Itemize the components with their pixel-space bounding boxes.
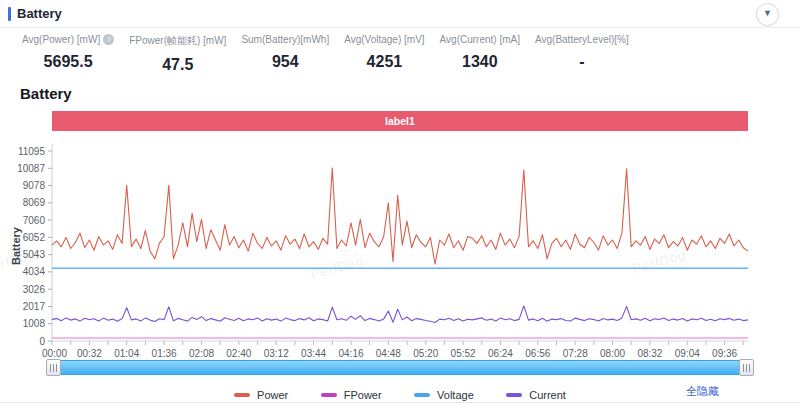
legend-label: Current [529, 389, 566, 401]
stat-label: Avg(Voltage) [mV] [344, 34, 424, 45]
stat-avg-battery-level: Avg(BatteryLevel)[%] - [535, 34, 629, 71]
svg-text:9078: 9078 [23, 180, 46, 191]
chevron-down-icon: ▼ [757, 8, 778, 18]
svg-text:00:00: 00:00 [42, 348, 67, 359]
svg-text:06:24: 06:24 [488, 348, 513, 359]
chart-range-scrollbar[interactable] [46, 359, 754, 376]
panel-header: Battery ▼ [0, 0, 800, 28]
stats-row: Avg(Power) [mW] ? 5695.5 FPower(帧能耗) [mW… [22, 34, 629, 74]
legend-label: FPower [344, 389, 382, 401]
svg-text:09:04: 09:04 [675, 348, 700, 359]
legend-swatch [414, 393, 430, 397]
collapse-button[interactable]: ▼ [756, 3, 779, 26]
svg-text:05:20: 05:20 [413, 348, 438, 359]
svg-text:03:12: 03:12 [264, 348, 289, 359]
svg-text:7060: 7060 [23, 215, 46, 226]
svg-text:5043: 5043 [23, 249, 46, 260]
svg-text:03:44: 03:44 [301, 348, 326, 359]
stat-value: 1340 [462, 53, 498, 71]
svg-text:02:08: 02:08 [189, 348, 214, 359]
banner-label: label1 [385, 115, 415, 127]
legend-label: Voltage [437, 389, 474, 401]
header-accent-bar [8, 7, 11, 21]
legend-item-fpower[interactable]: FPower [321, 389, 382, 401]
svg-text:04:16: 04:16 [338, 348, 363, 359]
chart-legend: Power FPower Voltage Current [0, 383, 800, 401]
legend-item-current[interactable]: Current [506, 389, 566, 401]
legend-item-voltage[interactable]: Voltage [414, 389, 474, 401]
svg-text:2017: 2017 [23, 301, 46, 312]
svg-text:02:40: 02:40 [226, 348, 251, 359]
scrollbar-right-handle[interactable] [739, 359, 754, 376]
stat-value: 5695.5 [44, 53, 93, 71]
grip-icon [50, 364, 58, 372]
stat-sum-battery: Sum(Battery)[mWh] 954 [241, 34, 329, 71]
legend-swatch [234, 393, 250, 397]
stat-fpower: FPower(帧能耗) [mW] 47.5 [129, 34, 226, 74]
battery-panel: PerfDog PerfDog PerfDog PerfDog PerfDog … [0, 0, 800, 403]
svg-text:01:04: 01:04 [114, 348, 139, 359]
svg-text:04:48: 04:48 [376, 348, 401, 359]
legend-swatch [321, 393, 337, 397]
help-icon[interactable]: ? [103, 34, 114, 45]
stat-avg-voltage: Avg(Voltage) [mV] 4251 [344, 34, 424, 71]
scrollbar-left-handle[interactable] [46, 359, 61, 376]
svg-text:11095: 11095 [18, 146, 46, 157]
stat-avg-power: Avg(Power) [mW] ? 5695.5 [22, 34, 114, 71]
svg-text:08:32: 08:32 [637, 348, 662, 359]
section-title: Battery [20, 85, 72, 102]
stat-value: - [579, 53, 584, 71]
scrollbar-track[interactable] [52, 360, 748, 375]
svg-text:0: 0 [39, 336, 45, 347]
grip-icon [743, 364, 751, 372]
svg-text:1008: 1008 [23, 318, 46, 329]
stat-value: 4251 [367, 53, 403, 71]
svg-text:10087: 10087 [17, 163, 45, 174]
stat-value: 47.5 [162, 56, 193, 74]
svg-text:01:36: 01:36 [152, 348, 177, 359]
stat-label: FPower(帧能耗) [mW] [129, 34, 226, 48]
svg-text:4034: 4034 [23, 266, 46, 277]
legend-label: Power [257, 389, 288, 401]
svg-text:3026: 3026 [23, 284, 46, 295]
legend-swatch [506, 393, 522, 397]
svg-text:8069: 8069 [23, 197, 46, 208]
series-label-banner[interactable]: label1 [52, 111, 748, 131]
stat-label: Sum(Battery)[mWh] [241, 34, 329, 45]
svg-text:00:32: 00:32 [77, 348, 102, 359]
hide-all-link[interactable]: 全隐藏 [686, 384, 719, 399]
svg-text:07:28: 07:28 [563, 348, 588, 359]
svg-text:09:36: 09:36 [712, 348, 737, 359]
svg-text:05:52: 05:52 [451, 348, 476, 359]
stat-avg-current: Avg(Current) [mA] 1340 [440, 34, 520, 71]
panel-title: Battery [17, 6, 62, 21]
stat-label: Avg(BatteryLevel)[%] [535, 34, 629, 45]
stat-label: Avg(Current) [mA] [440, 34, 520, 45]
stat-value: 954 [272, 53, 299, 71]
stat-label: Avg(Power) [mW] [22, 34, 100, 45]
legend-item-power[interactable]: Power [234, 389, 288, 401]
battery-chart[interactable]: 1109510087907880697060605250434034302620… [0, 138, 800, 360]
svg-text:08:00: 08:00 [600, 348, 625, 359]
svg-text:06:56: 06:56 [525, 348, 550, 359]
svg-text:6052: 6052 [23, 232, 46, 243]
